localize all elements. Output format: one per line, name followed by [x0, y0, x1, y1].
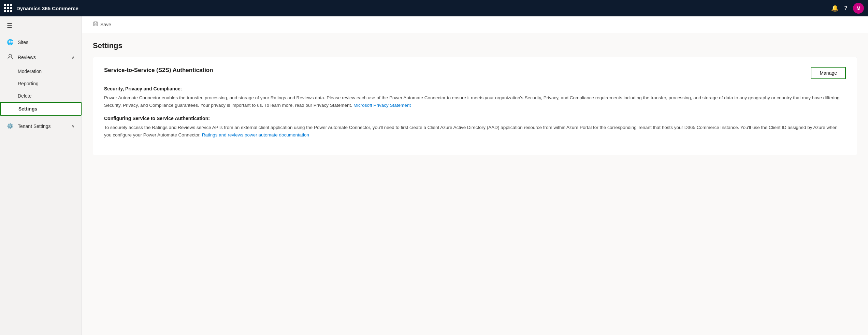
security-heading: Security, Privacy and Compliance: — [104, 86, 846, 91]
avatar[interactable]: M — [853, 3, 864, 14]
sidebar-item-settings[interactable]: Settings — [0, 102, 82, 116]
sidebar: ☰ 🌐 Sites Reviews ∧ Moderation Reporting — [0, 16, 82, 335]
documentation-link[interactable]: Ratings and reviews power automate docum… — [202, 132, 309, 137]
sidebar-item-sites[interactable]: 🌐 Sites — [0, 35, 82, 49]
content-area: Settings Service-to-Service (S2S) Authen… — [82, 33, 868, 335]
toolbar: Save — [82, 16, 868, 33]
hamburger-icon[interactable]: ☰ — [0, 16, 82, 35]
gear-icon: ⚙️ — [7, 123, 14, 129]
sidebar-item-reporting[interactable]: Reporting — [0, 77, 82, 90]
app-launcher-icon[interactable] — [4, 4, 12, 12]
sidebar-item-reviews[interactable]: Reviews ∧ — [0, 49, 82, 65]
security-text: Power Automate Connector enables the tra… — [104, 94, 846, 109]
sidebar-item-delete[interactable]: Delete — [0, 90, 82, 102]
layout: ☰ 🌐 Sites Reviews ∧ Moderation Reporting — [0, 16, 868, 335]
privacy-statement-link[interactable]: Microsoft Privacy Statement — [353, 103, 411, 108]
svg-point-0 — [9, 54, 12, 57]
reviews-submenu: Moderation Reporting Delete Settings — [0, 65, 82, 116]
save-icon — [93, 21, 98, 28]
help-icon[interactable]: ? — [844, 5, 848, 11]
reviews-icon — [7, 54, 14, 61]
svg-rect-2 — [95, 22, 97, 23]
configuring-section: Configuring Service to Service Authentic… — [104, 116, 846, 139]
sidebar-item-tenant-settings[interactable]: ⚙️ Tenant Settings ∨ — [0, 119, 82, 133]
sidebar-item-moderation[interactable]: Moderation — [0, 65, 82, 77]
svg-rect-3 — [94, 24, 97, 26]
security-section: Security, Privacy and Compliance: Power … — [104, 86, 846, 109]
settings-card: Service-to-Service (S2S) Authentication … — [93, 57, 857, 155]
app-title: Dynamics 365 Commerce — [16, 5, 827, 11]
top-nav: Dynamics 365 Commerce 🔔 ? M — [0, 0, 868, 16]
manage-button[interactable]: Manage — [811, 67, 846, 79]
save-button[interactable]: Save — [89, 19, 115, 30]
bell-icon[interactable]: 🔔 — [831, 4, 839, 12]
configuring-heading: Configuring Service to Service Authentic… — [104, 116, 846, 121]
reviews-chevron-icon: ∧ — [72, 55, 75, 60]
tenant-settings-chevron-icon: ∨ — [72, 124, 75, 129]
configuring-text: To securely access the Ratings and Revie… — [104, 124, 846, 139]
main-content: Save Settings Service-to-Service (S2S) A… — [82, 16, 868, 335]
sidebar-divider — [0, 117, 82, 117]
page-title: Settings — [93, 41, 857, 50]
globe-icon: 🌐 — [7, 39, 14, 45]
card-header: Service-to-Service (S2S) Authentication … — [104, 67, 846, 79]
card-title: Service-to-Service (S2S) Authentication — [104, 67, 213, 74]
top-nav-right: 🔔 ? M — [831, 3, 864, 14]
